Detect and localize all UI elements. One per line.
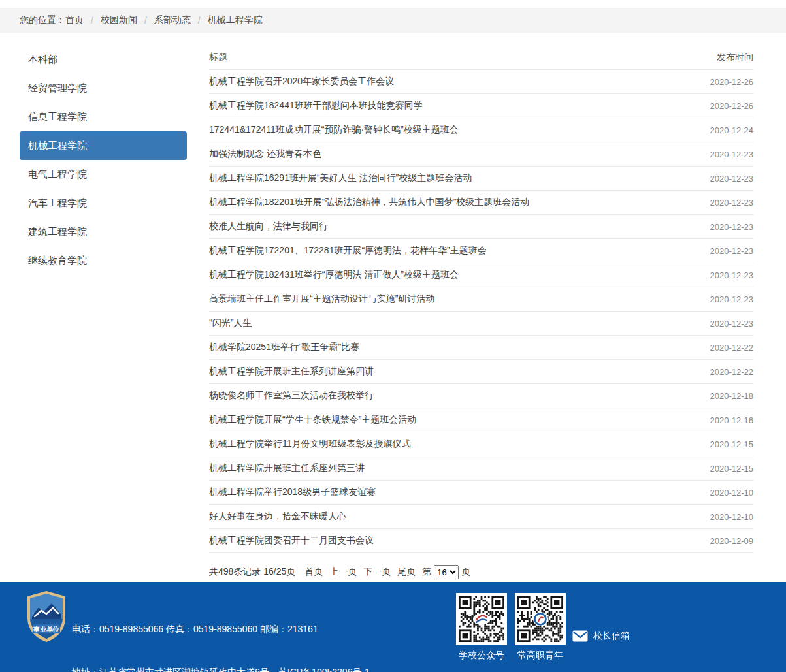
- news-row: 机械工程学院团委召开十二月团支书会议2020-12-09: [209, 529, 753, 553]
- sidebar-item[interactable]: 汽车工程学院: [20, 189, 187, 217]
- page-select-prefix: 第: [422, 566, 431, 578]
- table-header: 标题 发布时间: [209, 46, 753, 70]
- envelope-icon: [572, 630, 588, 642]
- prev-page-link[interactable]: 上一页: [329, 566, 357, 578]
- first-page-link[interactable]: 首页: [304, 566, 323, 578]
- news-title-link[interactable]: 机械工程学院举行11月份文明班级表彰及授旗仪式: [209, 438, 411, 450]
- news-date: 2020-12-23: [710, 246, 754, 256]
- news-date: 2020-12-23: [710, 150, 754, 159]
- news-date: 2020-12-23: [710, 174, 754, 184]
- next-page-link[interactable]: 下一页: [363, 566, 391, 578]
- news-row: 机械工程学院172201、172281班开展“厚德明法，花样年华”主题班会202…: [209, 239, 753, 263]
- qr-code-canvas: [517, 596, 563, 642]
- sidebar-item[interactable]: 电气工程学院: [20, 160, 187, 189]
- news-title-link[interactable]: 机械工程学院开展班主任系座列第三讲: [209, 462, 365, 474]
- breadcrumb-items: 首页/校园新闻/系部动态/机械工程学院: [65, 14, 263, 26]
- sidebar-item[interactable]: 本科部: [20, 45, 187, 74]
- qr-code-canvas: [459, 596, 504, 642]
- qr-block-youth: 常高职青年: [515, 593, 566, 662]
- breadcrumb-label: 您的位置：: [20, 14, 65, 26]
- news-title-link[interactable]: 加强法制观念 还我青春本色: [209, 148, 321, 160]
- news-date: 2020-12-15: [710, 464, 754, 473]
- news-list: 标题 发布时间 机械工程学院召开2020年家长委员会工作会议2020-12-26…: [209, 46, 753, 553]
- news-date: 2020-12-10: [710, 488, 754, 498]
- news-title-link[interactable]: 机械学院20251班举行“歌王争霸”比赛: [209, 342, 359, 353]
- news-date: 2020-12-22: [710, 367, 754, 377]
- sidebar-item[interactable]: 信息工程学院: [20, 103, 187, 131]
- news-title-link[interactable]: 机械工程学院召开2020年家长委员会工作会议: [209, 76, 394, 88]
- sidebar-item[interactable]: 建筑工程学院: [20, 217, 187, 246]
- news-title-link[interactable]: 机械工程学院182431班举行“厚德明法 清正做人”校级主题班会: [209, 269, 459, 281]
- institution-badge-icon: 事业单位: [25, 590, 67, 645]
- news-title-link[interactable]: 172441&172411班成功开展“预防诈骗·警钟长鸣”校级主题班会: [209, 124, 459, 136]
- news-row: 机械工程学院182431班举行“厚德明法 清正做人”校级主题班会2020-12-…: [209, 263, 753, 287]
- news-row: 高景瑞班主任工作室开展“主题活动设计与实施”研讨活动2020-12-23: [209, 287, 753, 312]
- news-date: 2020-12-16: [710, 415, 754, 425]
- news-row: 加强法制观念 还我青春本色2020-12-23: [209, 142, 753, 167]
- news-date: 2020-12-15: [710, 440, 754, 449]
- news-title-link[interactable]: 机械工程学院举行2018级男子篮球友谊赛: [209, 487, 376, 498]
- breadcrumb-link[interactable]: 首页: [65, 14, 84, 26]
- footer: 事业单位 电话：0519-89855066 传真：0519-89855060 邮…: [0, 582, 786, 672]
- breadcrumb: 您的位置： 首页/校园新闻/系部动态/机械工程学院: [0, 8, 786, 33]
- breadcrumb-link[interactable]: 机械工程学院: [208, 14, 263, 26]
- news-row: 机械工程学院召开2020年家长委员会工作会议2020-12-26: [209, 70, 753, 94]
- news-date: 2020-12-18: [710, 391, 754, 401]
- news-date: 2020-12-23: [710, 270, 754, 280]
- news-title-link[interactable]: “闪光”人生: [209, 317, 252, 329]
- page: 您的位置： 首页/校园新闻/系部动态/机械工程学院 本科部经贸管理学院信息工程学…: [0, 0, 786, 672]
- qr-code: [515, 593, 566, 645]
- breadcrumb-separator: /: [91, 15, 93, 25]
- news-title-link[interactable]: 机械工程学院16291班开展“美好人生 法治同行”校级主题班会活动: [209, 172, 472, 184]
- news-title-link[interactable]: 机械工程学院182201班开展“弘扬法治精神，共筑伟大中国梦”校级主题班会活动: [209, 197, 529, 208]
- news-date: 2020-12-26: [710, 77, 754, 87]
- news-date: 2020-12-24: [710, 125, 754, 135]
- news-title-link[interactable]: 机械工程学院开展班主任系列讲座第四讲: [209, 366, 374, 377]
- qr-code-group: 学校公众号 常高职青年: [456, 593, 574, 662]
- qr-label: 常高职青年: [515, 650, 566, 662]
- badge-text: 事业单位: [33, 626, 59, 633]
- news-date: 2020-12-10: [710, 512, 754, 522]
- sidebar-item[interactable]: 经贸管理学院: [20, 74, 187, 103]
- news-date: 2020-12-23: [710, 295, 754, 304]
- breadcrumb-separator: /: [144, 15, 147, 25]
- news-title-link[interactable]: 高景瑞班主任工作室开展“主题活动设计与实施”研讨活动: [209, 293, 434, 305]
- footer-line-phone: 电话：0519-89855066 传真：0519-89855060 邮编：213…: [72, 622, 383, 636]
- breadcrumb-link[interactable]: 校园新闻: [101, 14, 137, 26]
- page-select[interactable]: 16: [434, 565, 459, 579]
- news-date: 2020-12-23: [710, 319, 754, 328]
- page-select-suffix: 页: [461, 566, 470, 578]
- sidebar-item[interactable]: 继续教育学院: [20, 246, 187, 275]
- news-table-body: 机械工程学院召开2020年家长委员会工作会议2020-12-26机械工程学院18…: [209, 70, 753, 553]
- news-row: 机械工程学院举行11月份文明班级表彰及授旗仪式2020-12-15: [209, 432, 753, 456]
- last-page-link[interactable]: 尾页: [397, 566, 416, 578]
- news-title-link[interactable]: 校准人生航向，法律与我同行: [209, 221, 328, 232]
- sidebar-item[interactable]: 机械工程学院: [20, 131, 187, 160]
- news-title-link[interactable]: 机械工程学院开展“学生十条铁规禁令”主题班会活动: [209, 414, 416, 426]
- breadcrumb-separator: /: [198, 15, 201, 25]
- breadcrumb-link[interactable]: 系部动态: [154, 14, 191, 26]
- qr-code: [456, 593, 507, 645]
- news-row: “闪光”人生2020-12-23: [209, 312, 753, 336]
- news-row: 机械工程学院举行2018级男子篮球友谊赛2020-12-10: [209, 481, 753, 505]
- news-date: 2020-12-22: [710, 343, 754, 353]
- news-row: 杨晓俊名师工作室第三次活动在我校举行2020-12-18: [209, 384, 753, 408]
- qr-label: 学校公众号: [456, 650, 507, 662]
- news-title-link[interactable]: 杨晓俊名师工作室第三次活动在我校举行: [209, 390, 374, 402]
- news-row: 机械工程学院182201班开展“弘扬法治精神，共筑伟大中国梦”校级主题班会活动2…: [209, 191, 753, 215]
- table-header-date: 发布时间: [717, 52, 753, 63]
- news-row: 好人好事在身边，拾金不昧暖人心2020-12-10: [209, 505, 753, 529]
- sidebar: 本科部经贸管理学院信息工程学院机械工程学院电气工程学院汽车工程学院建筑工程学院继…: [20, 45, 187, 275]
- news-title-link[interactable]: 机械工程学院172201、172281班开展“厚德明法，花样年华”主题班会: [209, 245, 487, 257]
- principal-mailbox-link[interactable]: 校长信箱: [572, 630, 630, 642]
- news-row: 校准人生航向，法律与我同行2020-12-23: [209, 215, 753, 239]
- footer-line-address: 地址：江苏省常州市武进区湖塘镇延政中大道6号 苏ICP备10052206号-1: [72, 665, 383, 672]
- news-title-link[interactable]: 机械工程学院团委召开十二月团支书会议: [209, 535, 374, 547]
- news-row: 机械工程学院开展“学生十条铁规禁令”主题班会活动2020-12-16: [209, 408, 753, 432]
- news-date: 2020-12-23: [710, 222, 754, 232]
- pagination: 共498条记录 16/25页 首页 上一页 下一页 尾页 第 16 页: [209, 564, 470, 580]
- news-title-link[interactable]: 机械工程学院182441班班干部慰问本班技能竞赛同学: [209, 100, 423, 112]
- news-title-link[interactable]: 好人好事在身边，拾金不昧暖人心: [209, 511, 346, 522]
- news-row: 机械工程学院16291班开展“美好人生 法治同行”校级主题班会活动2020-12…: [209, 167, 753, 191]
- news-date: 2020-12-23: [710, 198, 754, 208]
